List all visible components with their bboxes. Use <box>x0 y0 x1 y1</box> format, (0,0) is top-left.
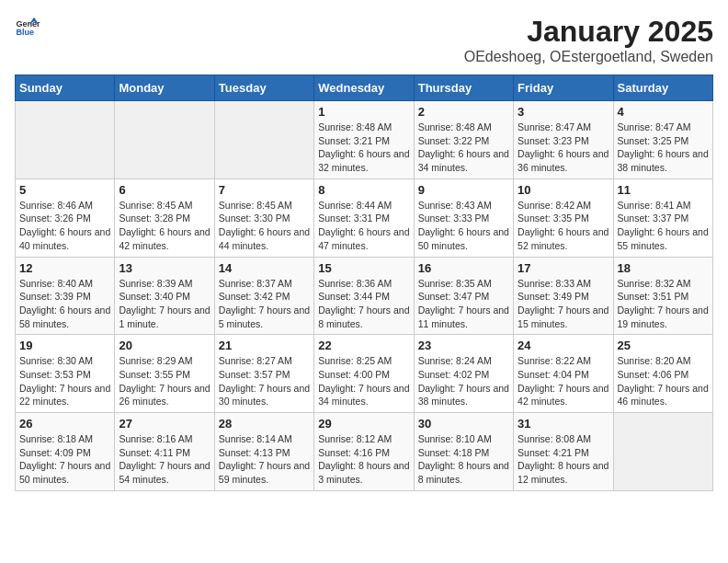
day-info: Sunrise: 8:41 AM Sunset: 3:37 PM Dayligh… <box>618 199 709 253</box>
day-number: 14 <box>219 261 310 275</box>
calendar-day-cell <box>16 101 115 179</box>
title-block: January 2025 OEdeshoeg, OEstergoetland, … <box>464 15 713 65</box>
calendar-day-cell: 16Sunrise: 8:35 AM Sunset: 3:47 PM Dayli… <box>414 257 513 335</box>
calendar-day-cell: 2Sunrise: 8:48 AM Sunset: 3:22 PM Daylig… <box>414 101 513 179</box>
calendar-day-cell: 12Sunrise: 8:40 AM Sunset: 3:39 PM Dayli… <box>16 257 115 335</box>
calendar-day-cell: 23Sunrise: 8:24 AM Sunset: 4:02 PM Dayli… <box>414 335 513 413</box>
day-number: 5 <box>19 183 110 197</box>
day-number: 26 <box>19 417 110 431</box>
day-number: 25 <box>618 339 709 352</box>
day-info: Sunrise: 8:18 AM Sunset: 4:09 PM Dayligh… <box>19 432 110 487</box>
weekday-header: Saturday <box>613 75 712 101</box>
weekday-header: Wednesday <box>314 75 414 101</box>
calendar-day-cell: 7Sunrise: 8:45 AM Sunset: 3:30 PM Daylig… <box>214 178 313 257</box>
day-info: Sunrise: 8:47 AM Sunset: 3:23 PM Dayligh… <box>518 121 609 175</box>
day-info: Sunrise: 8:47 AM Sunset: 3:25 PM Dayligh… <box>618 121 709 175</box>
weekday-header: Tuesday <box>214 75 313 101</box>
day-number: 9 <box>418 183 509 197</box>
calendar-week-row: 12Sunrise: 8:40 AM Sunset: 3:39 PM Dayli… <box>16 257 713 335</box>
day-info: Sunrise: 8:33 AM Sunset: 3:49 PM Dayligh… <box>518 277 609 331</box>
calendar-day-cell: 14Sunrise: 8:37 AM Sunset: 3:42 PM Dayli… <box>214 257 313 335</box>
calendar-week-row: 19Sunrise: 8:30 AM Sunset: 3:53 PM Dayli… <box>16 335 713 413</box>
calendar-day-cell: 3Sunrise: 8:47 AM Sunset: 3:23 PM Daylig… <box>514 101 613 179</box>
calendar-day-cell: 25Sunrise: 8:20 AM Sunset: 4:06 PM Dayli… <box>613 335 712 413</box>
calendar-day-cell: 27Sunrise: 8:16 AM Sunset: 4:11 PM Dayli… <box>115 413 214 491</box>
day-info: Sunrise: 8:12 AM Sunset: 4:16 PM Dayligh… <box>318 432 409 487</box>
day-info: Sunrise: 8:35 AM Sunset: 3:47 PM Dayligh… <box>418 277 509 331</box>
day-info: Sunrise: 8:45 AM Sunset: 3:30 PM Dayligh… <box>219 199 310 253</box>
day-info: Sunrise: 8:46 AM Sunset: 3:26 PM Dayligh… <box>19 199 110 253</box>
calendar-day-cell: 9Sunrise: 8:43 AM Sunset: 3:33 PM Daylig… <box>414 178 513 257</box>
weekday-header: Monday <box>115 75 214 101</box>
calendar-day-cell: 31Sunrise: 8:08 AM Sunset: 4:21 PM Dayli… <box>514 413 613 491</box>
page-title: January 2025 <box>464 15 713 49</box>
day-info: Sunrise: 8:32 AM Sunset: 3:51 PM Dayligh… <box>618 277 709 331</box>
day-number: 3 <box>518 105 609 119</box>
weekday-header: Friday <box>514 75 613 101</box>
calendar-week-row: 5Sunrise: 8:46 AM Sunset: 3:26 PM Daylig… <box>16 178 713 257</box>
day-number: 19 <box>19 339 110 352</box>
logo: General Blue <box>15 15 40 40</box>
calendar-day-cell: 19Sunrise: 8:30 AM Sunset: 3:53 PM Dayli… <box>16 335 115 413</box>
calendar-day-cell: 1Sunrise: 8:48 AM Sunset: 3:21 PM Daylig… <box>314 101 414 179</box>
calendar-day-cell: 22Sunrise: 8:25 AM Sunset: 4:00 PM Dayli… <box>314 335 414 413</box>
calendar-day-cell: 29Sunrise: 8:12 AM Sunset: 4:16 PM Dayli… <box>314 413 414 491</box>
day-number: 17 <box>518 261 609 275</box>
day-number: 15 <box>318 261 409 275</box>
calendar-day-cell: 10Sunrise: 8:42 AM Sunset: 3:35 PM Dayli… <box>514 178 613 257</box>
calendar-day-cell: 24Sunrise: 8:22 AM Sunset: 4:04 PM Dayli… <box>514 335 613 413</box>
day-info: Sunrise: 8:44 AM Sunset: 3:31 PM Dayligh… <box>318 199 409 253</box>
calendar-table: SundayMondayTuesdayWednesdayThursdayFrid… <box>15 75 713 491</box>
day-number: 29 <box>318 417 409 431</box>
day-info: Sunrise: 8:30 AM Sunset: 3:53 PM Dayligh… <box>19 354 110 408</box>
day-number: 31 <box>518 417 609 431</box>
day-number: 18 <box>618 261 709 275</box>
calendar-day-cell: 26Sunrise: 8:18 AM Sunset: 4:09 PM Dayli… <box>16 413 115 491</box>
calendar-day-cell: 18Sunrise: 8:32 AM Sunset: 3:51 PM Dayli… <box>613 257 712 335</box>
calendar-day-cell: 13Sunrise: 8:39 AM Sunset: 3:40 PM Dayli… <box>115 257 214 335</box>
day-info: Sunrise: 8:10 AM Sunset: 4:18 PM Dayligh… <box>418 432 509 487</box>
calendar-day-cell: 5Sunrise: 8:46 AM Sunset: 3:26 PM Daylig… <box>16 178 115 257</box>
day-number: 28 <box>219 417 310 431</box>
weekday-header: Thursday <box>414 75 513 101</box>
calendar-day-cell <box>115 101 214 179</box>
day-number: 21 <box>219 339 310 352</box>
calendar-day-cell: 11Sunrise: 8:41 AM Sunset: 3:37 PM Dayli… <box>613 178 712 257</box>
calendar-day-cell: 4Sunrise: 8:47 AM Sunset: 3:25 PM Daylig… <box>613 101 712 179</box>
calendar-day-cell: 28Sunrise: 8:14 AM Sunset: 4:13 PM Dayli… <box>214 413 313 491</box>
day-info: Sunrise: 8:37 AM Sunset: 3:42 PM Dayligh… <box>219 277 310 331</box>
day-info: Sunrise: 8:43 AM Sunset: 3:33 PM Dayligh… <box>418 199 509 253</box>
day-info: Sunrise: 8:36 AM Sunset: 3:44 PM Dayligh… <box>318 277 409 331</box>
day-info: Sunrise: 8:20 AM Sunset: 4:06 PM Dayligh… <box>618 354 709 408</box>
calendar-day-cell: 8Sunrise: 8:44 AM Sunset: 3:31 PM Daylig… <box>314 178 414 257</box>
day-info: Sunrise: 8:08 AM Sunset: 4:21 PM Dayligh… <box>518 432 609 487</box>
day-info: Sunrise: 8:40 AM Sunset: 3:39 PM Dayligh… <box>19 277 110 331</box>
day-info: Sunrise: 8:27 AM Sunset: 3:57 PM Dayligh… <box>219 354 310 408</box>
day-info: Sunrise: 8:14 AM Sunset: 4:13 PM Dayligh… <box>219 432 310 487</box>
calendar-day-cell: 20Sunrise: 8:29 AM Sunset: 3:55 PM Dayli… <box>115 335 214 413</box>
day-number: 12 <box>19 261 110 275</box>
day-number: 30 <box>418 417 509 431</box>
logo-icon: General Blue <box>15 15 40 40</box>
weekday-header: Sunday <box>16 75 115 101</box>
day-info: Sunrise: 8:48 AM Sunset: 3:21 PM Dayligh… <box>318 121 409 175</box>
calendar-day-cell <box>613 413 712 491</box>
day-info: Sunrise: 8:25 AM Sunset: 4:00 PM Dayligh… <box>318 354 409 408</box>
day-info: Sunrise: 8:16 AM Sunset: 4:11 PM Dayligh… <box>119 432 210 487</box>
day-number: 20 <box>119 339 210 352</box>
svg-text:General: General <box>16 19 40 29</box>
day-number: 16 <box>418 261 509 275</box>
day-info: Sunrise: 8:24 AM Sunset: 4:02 PM Dayligh… <box>418 354 509 408</box>
day-info: Sunrise: 8:45 AM Sunset: 3:28 PM Dayligh… <box>119 199 210 253</box>
day-number: 7 <box>219 183 310 197</box>
day-number: 10 <box>518 183 609 197</box>
day-number: 22 <box>318 339 409 352</box>
svg-text:Blue: Blue <box>16 28 34 37</box>
day-number: 13 <box>119 261 210 275</box>
day-info: Sunrise: 8:48 AM Sunset: 3:22 PM Dayligh… <box>418 121 509 175</box>
day-number: 2 <box>418 105 509 119</box>
weekday-header-row: SundayMondayTuesdayWednesdayThursdayFrid… <box>16 75 713 101</box>
calendar-day-cell: 30Sunrise: 8:10 AM Sunset: 4:18 PM Dayli… <box>414 413 513 491</box>
day-number: 4 <box>618 105 709 119</box>
day-info: Sunrise: 8:29 AM Sunset: 3:55 PM Dayligh… <box>119 354 210 408</box>
